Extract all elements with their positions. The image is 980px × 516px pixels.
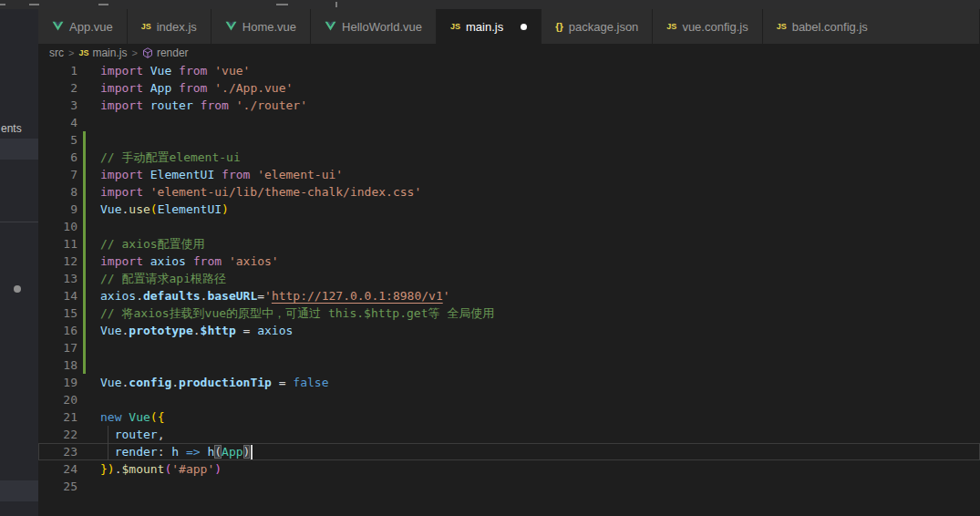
token: $mount xyxy=(121,462,164,476)
titlebar-fragment xyxy=(0,4,5,5)
code-line-2[interactable]: 2import App from './App.vue' xyxy=(38,79,980,97)
code-line-11[interactable]: 11// axios配置使用 xyxy=(38,235,980,253)
line-number: 16 xyxy=(38,322,77,339)
code-line-23[interactable]: 23 render: h => h(App) xyxy=(38,443,980,460)
gutter-change-region xyxy=(77,253,85,270)
code-line-18[interactable]: 18 xyxy=(38,356,980,374)
tab-index.js[interactable]: JSindex.js xyxy=(128,9,211,44)
tab-Home.vue[interactable]: Home.vue xyxy=(211,9,311,44)
tab-babel.config.js[interactable]: JSbabel.config.js xyxy=(763,9,980,44)
line-tokens: import Vue from 'vue' xyxy=(100,62,250,79)
code-line-13[interactable]: 13// 配置请求api根路径 xyxy=(38,270,980,287)
tab-label: HelloWorld.vue xyxy=(342,20,422,34)
line-number: 11 xyxy=(38,235,77,253)
editor-group: App.vueJSindex.jsHome.vueHelloWorld.vueJ… xyxy=(38,9,980,516)
gutter-pad xyxy=(85,339,100,356)
code-editor[interactable]: 1import Vue from 'vue'2import App from '… xyxy=(38,62,980,495)
code-line-1[interactable]: 1import Vue from 'vue' xyxy=(38,62,980,79)
line-number: 21 xyxy=(38,408,77,426)
line-number: 24 xyxy=(38,460,77,478)
gutter-pad xyxy=(85,304,100,322)
explorer-folder-label-cut[interactable]: ents xyxy=(1,122,22,135)
unsaved-dot-icon[interactable] xyxy=(521,24,527,30)
code-line-8[interactable]: 8import 'element-ui/lib/theme-chalk/inde… xyxy=(38,183,980,201)
gutter-change-region xyxy=(77,374,85,391)
breadcrumb-item-render[interactable]: render xyxy=(142,46,189,59)
gutter-pad xyxy=(85,460,100,478)
code-line-25[interactable]: 25 xyxy=(38,478,980,495)
code-line-10[interactable]: 10 xyxy=(38,218,980,235)
gutter-change-region xyxy=(77,166,85,183)
token: http://127.0.0.1:8980/v1 xyxy=(272,289,443,303)
code-line-16[interactable]: 16Vue.prototype.$http = axios xyxy=(38,322,980,339)
code-line-24[interactable]: 24}).$mount('#app') xyxy=(38,460,980,478)
token: ' xyxy=(264,289,272,303)
code-line-12[interactable]: 12import axios from 'axios' xyxy=(38,253,980,270)
token xyxy=(229,98,236,112)
tab-HelloWorld.vue[interactable]: HelloWorld.vue xyxy=(311,9,437,44)
code-line-6[interactable]: 6// 手动配置element-ui xyxy=(38,149,980,166)
token: . xyxy=(136,289,143,303)
line-number: 18 xyxy=(38,356,77,374)
tab-App.vue[interactable]: App.vue xyxy=(38,9,128,44)
js-icon: JS xyxy=(78,48,88,57)
token: './App.vue' xyxy=(214,81,293,95)
tab-label: index.js xyxy=(157,20,197,34)
sidebar-section-divider xyxy=(0,222,38,222)
line-tokens: import axios from 'axios' xyxy=(100,253,279,270)
code-line-15[interactable]: 15// 将axios挂载到vue的原型中，可通过 this.$http.get… xyxy=(38,304,980,322)
token xyxy=(186,254,193,268)
line-tokens: router, xyxy=(100,426,164,443)
code-line-7[interactable]: 7import ElementUI from 'element-ui' xyxy=(38,166,980,183)
code-line-4[interactable]: 4 xyxy=(38,114,980,131)
gutter-pad xyxy=(85,391,100,408)
symbol-method-icon xyxy=(142,47,153,58)
token: ) xyxy=(108,462,115,476)
gutter-change-region xyxy=(77,356,85,374)
tab-label: vue.config.js xyxy=(682,20,748,34)
gutter-pad xyxy=(85,253,100,270)
code-line-19[interactable]: 19Vue.config.productionTip = false xyxy=(38,374,980,391)
token: import xyxy=(100,168,143,181)
code-line-3[interactable]: 3import router from './router' xyxy=(38,97,980,114)
tab-label: babel.config.js xyxy=(792,20,868,34)
token: ) xyxy=(214,462,222,476)
token xyxy=(143,185,150,199)
breadcrumb-item-src[interactable]: src xyxy=(49,46,64,59)
token: 'element-ui/lib/theme-chalk/index.css' xyxy=(150,185,421,199)
code-line-5[interactable]: 5 xyxy=(38,131,980,149)
explorer-row-highlight[interactable] xyxy=(0,480,38,501)
tab-label: package.json xyxy=(569,20,639,34)
gutter-pad xyxy=(85,149,100,166)
token: , xyxy=(158,428,165,441)
js-icon: JS xyxy=(777,22,787,31)
code-line-20[interactable]: 20 xyxy=(38,391,980,408)
code-line-17[interactable]: 17 xyxy=(38,339,980,356)
line-number: 4 xyxy=(38,114,77,131)
line-tokens: import router from './router' xyxy=(100,97,307,114)
token: router xyxy=(115,428,158,441)
tab-vue.config.js[interactable]: JSvue.config.js xyxy=(653,9,762,44)
token: // 手动配置element-ui xyxy=(100,150,241,164)
code-line-21[interactable]: 21new Vue({ xyxy=(38,408,980,426)
code-line-9[interactable]: 9Vue.use(ElementUI) xyxy=(38,201,980,218)
gutter-pad xyxy=(85,443,100,460)
line-tokens: // 配置请求api根路径 xyxy=(100,270,226,287)
modified-dot-icon xyxy=(14,285,21,293)
tab-main.js[interactable]: JSmain.js xyxy=(437,9,542,44)
gutter-change-region xyxy=(77,218,85,235)
gutter-pad xyxy=(85,79,100,97)
line-number: 23 xyxy=(38,443,77,460)
breadcrumb-item-main.js[interactable]: JSmain.js xyxy=(78,46,127,59)
explorer-row-highlight[interactable] xyxy=(0,139,38,160)
token: // axios配置使用 xyxy=(100,237,205,251)
token: from xyxy=(179,64,207,77)
tab-package.json[interactable]: {}package.json xyxy=(542,9,653,44)
gutter-pad xyxy=(85,201,100,218)
code-line-14[interactable]: 14axios.defaults.baseURL='http://127.0.0… xyxy=(38,287,980,304)
gutter-pad xyxy=(85,408,100,426)
gutter-change-region xyxy=(77,97,85,114)
code-line-22[interactable]: 22 router, xyxy=(38,426,980,443)
token xyxy=(143,98,150,112)
titlebar-fragment xyxy=(335,2,337,7)
